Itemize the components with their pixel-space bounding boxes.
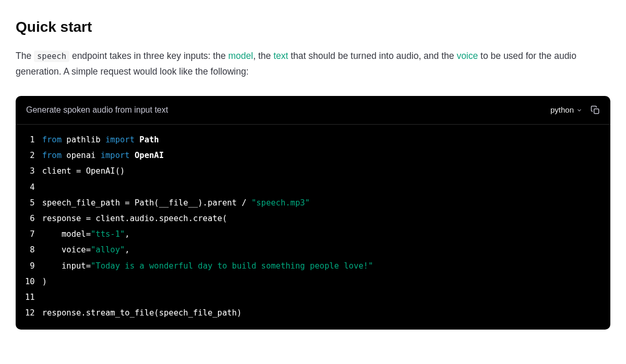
code-tok: from [42, 151, 62, 160]
link-model[interactable]: model [228, 51, 254, 61]
code-tok: client = OpenAI() [42, 166, 125, 176]
code-tok: Path [135, 135, 159, 144]
code-tok: ) [42, 277, 47, 286]
code-tok: "speech.mp3" [251, 198, 310, 208]
code-lines: from pathlib import Path from openai imp… [42, 132, 384, 321]
code-block-toolbar: python [550, 104, 600, 116]
code-body: 1 2 3 4 5 6 7 8 9 10 11 12 from pathlib … [16, 125, 610, 330]
code-block-header: Generate spoken audio from input text py… [16, 96, 610, 125]
code-tok: "Today is a wonderful day to build somet… [91, 261, 373, 271]
code-tok: pathlib [62, 135, 105, 144]
code-tok: , [125, 245, 129, 254]
code-tok: "alloy" [91, 245, 125, 254]
code-tok: from [42, 135, 62, 144]
link-text[interactable]: text [273, 51, 288, 61]
code-block: Generate spoken audio from input text py… [16, 96, 610, 329]
svg-rect-0 [594, 109, 599, 114]
code-tok: model= [42, 229, 91, 239]
code-tok: import [105, 135, 135, 144]
language-label: python [550, 104, 574, 116]
code-tok: response.stream_to_file(speech_file_path… [42, 308, 242, 318]
language-select[interactable]: python [550, 104, 582, 116]
code-tok: response = client.audio.speech.create( [42, 214, 227, 223]
intro-paragraph: The speech endpoint takes in three key i… [16, 48, 610, 80]
inline-code-speech: speech [34, 51, 69, 62]
intro-text-pre: The [16, 51, 34, 61]
chevron-down-icon [576, 107, 582, 113]
code-tok: OpenAI [130, 151, 164, 160]
page-title: Quick start [16, 16, 610, 39]
code-block-title: Generate spoken audio from input text [26, 103, 168, 117]
intro-text-mid1: endpoint takes in three key inputs: the [69, 51, 228, 61]
code-tok: speech_file_path = Path(__file__).parent… [42, 198, 251, 208]
code-tok: voice= [42, 245, 91, 254]
link-voice[interactable]: voice [456, 51, 478, 61]
intro-text-mid2: , the [253, 51, 273, 61]
code-tok: import [101, 151, 130, 160]
intro-text-mid3: that should be turned into audio, and th… [288, 51, 456, 61]
copy-icon[interactable] [591, 105, 600, 115]
code-tok: , [125, 229, 129, 239]
line-number-gutter: 1 2 3 4 5 6 7 8 9 10 11 12 [16, 132, 42, 321]
code-tok: openai [62, 151, 101, 160]
code-tok: input= [42, 261, 91, 271]
code-tok: "tts-1" [91, 229, 125, 239]
